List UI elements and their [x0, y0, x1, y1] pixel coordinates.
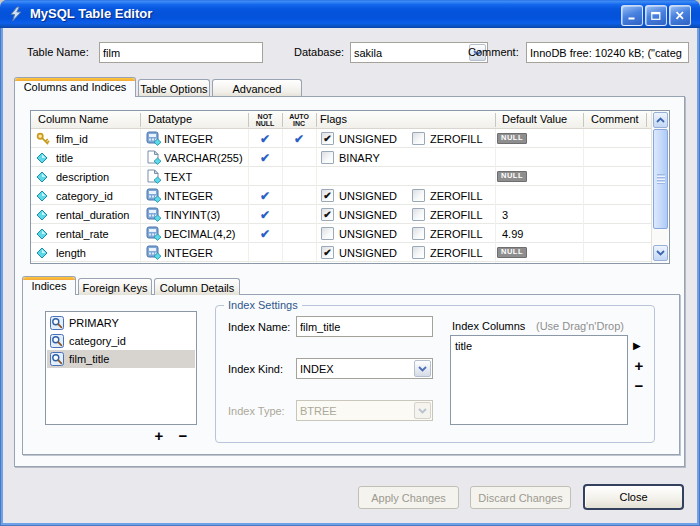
not-null-check-icon[interactable]: ✔ — [258, 224, 272, 243]
flag-checkbox-unsigned[interactable]: ✔ — [321, 243, 334, 262]
unsigned-checkbox[interactable]: ✔ — [321, 246, 334, 259]
zerofill-checkbox[interactable] — [412, 208, 425, 221]
table-row[interactable]: lengthINTEGER✔UNSIGNEDZEROFILLNULL — [31, 243, 652, 262]
col-header-default-value[interactable]: Default Value — [502, 113, 567, 125]
flag-checkbox-unsigned[interactable]: ✔ — [321, 205, 334, 224]
index-list-item-film_title[interactable]: film_title — [47, 350, 195, 368]
minimize-button[interactable] — [621, 5, 643, 26]
apply-changes-button[interactable]: Apply Changes — [358, 486, 459, 509]
not-null-check-icon[interactable]: ✔ — [258, 148, 272, 167]
table-row[interactable]: rental_durationTINYINT(3)✔✔UNSIGNEDZEROF… — [31, 205, 652, 224]
table-row[interactable]: category_idINTEGER✔✔UNSIGNEDZEROFILL — [31, 186, 652, 205]
zerofill-checkbox[interactable] — [412, 246, 425, 259]
tab-table-options[interactable]: Table Options — [138, 79, 210, 97]
column-diamond-icon — [36, 148, 48, 167]
col-header-not-null[interactable]: NOTNULL — [248, 113, 282, 127]
binary-checkbox[interactable] — [321, 151, 334, 164]
index-list-item-category_id[interactable]: category_id — [47, 332, 195, 350]
col-header-comment[interactable]: Comment — [591, 113, 639, 125]
tab-indices[interactable]: Indices — [22, 276, 76, 295]
scrollbar-thumb[interactable] — [653, 129, 668, 229]
table-row[interactable]: descriptionTEXTNULL — [31, 167, 652, 186]
unsigned-checkbox[interactable]: ✔ — [321, 208, 334, 221]
unsigned-checkbox[interactable]: ✔ — [321, 132, 334, 145]
datatype-cell[interactable]: INTEGER — [164, 129, 213, 148]
add-index-column-button[interactable]: + — [631, 358, 647, 374]
zerofill-checkbox[interactable] — [412, 189, 425, 202]
index-list-item-primary[interactable]: PRIMARY — [47, 314, 195, 332]
not-null-check-icon[interactable]: ✔ — [258, 129, 272, 148]
remove-index-button[interactable]: − — [174, 428, 192, 444]
tab-column-details[interactable]: Column Details — [154, 278, 240, 295]
column-name-cell[interactable]: category_id — [56, 186, 113, 205]
primary-key-icon — [36, 129, 50, 148]
column-name-cell[interactable]: title — [56, 148, 73, 167]
column-name-cell[interactable]: length — [56, 243, 86, 262]
column-diamond-icon — [36, 205, 48, 224]
tab-advanced-options[interactable]: Advanced Options — [212, 79, 302, 97]
not-null-check-icon[interactable]: ✔ — [258, 186, 272, 205]
col-header-flags[interactable]: Flags — [320, 113, 347, 125]
col-header-datatype[interactable]: Datatype — [148, 113, 192, 125]
datatype-cell[interactable]: DECIMAL(4,2) — [164, 224, 236, 243]
unsigned-checkbox[interactable] — [321, 227, 334, 240]
flag-checkbox-zerofill[interactable] — [412, 224, 425, 243]
remove-index-column-button[interactable]: − — [631, 378, 647, 394]
zerofill-checkbox[interactable] — [412, 227, 425, 240]
datatype-cell[interactable]: TEXT — [164, 167, 192, 186]
index-column-item-title[interactable]: title — [452, 338, 626, 354]
datatype-cell[interactable]: INTEGER — [164, 243, 213, 262]
column-name-cell[interactable]: rental_rate — [56, 224, 109, 243]
close-button[interactable] — [669, 5, 691, 26]
column-name-cell[interactable]: description — [56, 167, 109, 186]
table-row[interactable]: rental_rateDECIMAL(4,2)✔UNSIGNEDZEROFILL… — [31, 224, 652, 243]
flag-checkbox-zerofill[interactable] — [412, 243, 425, 262]
default-value-cell[interactable]: 4.99 — [502, 224, 523, 243]
table-row[interactable]: film_idINTEGER✔✔✔UNSIGNEDZEROFILLNULL — [31, 129, 652, 148]
default-value-cell[interactable]: 3 — [502, 205, 508, 224]
not-null-check-icon[interactable]: ✔ — [258, 205, 272, 224]
flag-checkbox-zerofill[interactable] — [412, 205, 425, 224]
table-name-input[interactable] — [99, 42, 263, 63]
flag-checkbox-zerofill[interactable] — [412, 186, 425, 205]
flag-checkbox-binary[interactable] — [321, 148, 334, 167]
column-name-cell[interactable]: film_id — [56, 129, 88, 148]
move-index-column-button[interactable]: ▶ — [633, 340, 641, 351]
scroll-down-button[interactable] — [653, 245, 668, 261]
close-dialog-button[interactable]: Close — [583, 484, 684, 510]
index-name-input[interactable] — [296, 316, 433, 337]
default-value-cell[interactable]: NULL — [497, 243, 527, 262]
discard-changes-button[interactable]: Discard Changes — [470, 486, 571, 509]
datatype-cell[interactable]: TINYINT(3) — [164, 205, 220, 224]
tab-foreign-keys[interactable]: Foreign Keys — [78, 278, 152, 295]
flag-checkbox-zerofill[interactable] — [412, 129, 425, 148]
tab-columns-and-indices[interactable]: Columns and Indices — [14, 77, 136, 97]
col-header-auto-inc[interactable]: AUTOINC — [282, 113, 316, 127]
grid-vertical-scrollbar[interactable] — [651, 111, 668, 263]
maximize-button[interactable] — [645, 5, 667, 26]
col-header-column-name[interactable]: Column Name — [38, 113, 108, 125]
titlebar[interactable]: MySQL Table Editor — [0, 0, 700, 28]
index-columns-list[interactable]: title — [450, 335, 628, 425]
index-list[interactable]: PRIMARYcategory_idfilm_title — [45, 311, 197, 425]
index-kind-dropdown-button[interactable] — [414, 360, 431, 377]
flag-checkbox-unsigned[interactable] — [321, 224, 334, 243]
default-value-cell[interactable]: NULL — [497, 129, 527, 148]
comment-input[interactable] — [526, 42, 689, 63]
scroll-up-button[interactable] — [653, 112, 668, 128]
grid-header-row[interactable]: Column Name Datatype NOTNULL AUTOINC Fla… — [31, 111, 652, 129]
zerofill-checkbox[interactable] — [412, 132, 425, 145]
unsigned-checkbox[interactable]: ✔ — [321, 189, 334, 202]
numeric-datatype-icon — [146, 129, 162, 148]
auto-inc-check-icon[interactable]: ✔ — [292, 129, 306, 148]
datatype-cell[interactable]: VARCHAR(255) — [164, 148, 243, 167]
index-kind-selected-value: INDEX — [297, 363, 413, 375]
flag-checkbox-unsigned[interactable]: ✔ — [321, 186, 334, 205]
datatype-cell[interactable]: INTEGER — [164, 186, 213, 205]
add-index-button[interactable]: + — [150, 428, 168, 444]
column-name-cell[interactable]: rental_duration — [56, 205, 129, 224]
flag-checkbox-unsigned[interactable]: ✔ — [321, 129, 334, 148]
default-value-cell[interactable]: NULL — [497, 167, 527, 186]
table-row[interactable]: titleVARCHAR(255)✔BINARY — [31, 148, 652, 167]
index-kind-select[interactable]: INDEX — [296, 358, 433, 379]
